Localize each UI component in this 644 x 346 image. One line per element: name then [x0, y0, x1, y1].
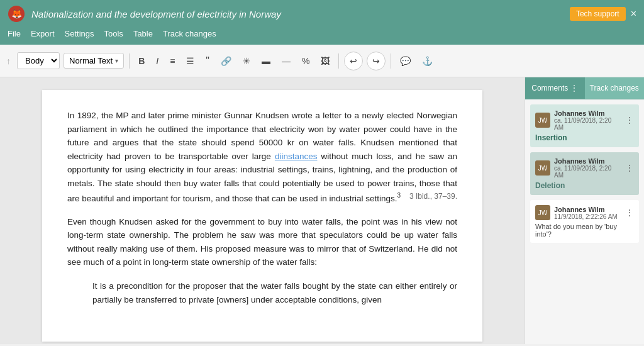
header-right: Tech support ×: [570, 7, 636, 21]
paragraph-3-text: It is a precondition for the proposer th…: [92, 279, 457, 306]
header-left: 🦊 Nationalization and the development of…: [8, 5, 281, 23]
comment-insertion-meta: Johannes Wilm ca. 11/09/2018, 2:20 AM: [554, 109, 621, 131]
comment-body-text: What do you mean by 'buy into'?: [535, 223, 634, 238]
ordered-list-button[interactable]: ≡: [166, 53, 179, 69]
percent-button[interactable]: %: [298, 53, 313, 69]
paragraph-style-select[interactable]: Body: [17, 52, 60, 69]
tab-track-changes-label: Track changes: [590, 84, 639, 92]
link-diinstances[interactable]: diinstances: [275, 152, 318, 161]
sidebar-content: JW Johannes Wilm ca. 11/09/2018, 2:20 AM…: [525, 99, 644, 344]
close-button[interactable]: ×: [631, 9, 636, 19]
avatar-johannes-3: JW: [535, 205, 550, 220]
svg-text:🦊: 🦊: [11, 9, 23, 20]
comment-deletion-type: Deletion: [535, 181, 634, 190]
document-area: In 1892, the MP and later prime minister…: [0, 77, 525, 344]
comments-dots-icon: ⋮: [570, 84, 578, 92]
chevron-down-icon: ▾: [115, 57, 118, 64]
comment-insertion-header: JW Johannes Wilm ca. 11/09/2018, 2:20 AM…: [535, 109, 634, 131]
document-title: Nationalization and the development of e…: [31, 9, 281, 20]
paragraph-1-text: In 1892, the MP and later prime minister…: [67, 109, 457, 205]
comment-deletion-time: ca. 11/09/2018, 2:20 AM: [554, 165, 621, 179]
divider-1: [129, 53, 130, 69]
comment-body-menu[interactable]: ⋮: [625, 208, 634, 218]
paragraph-2: Even though Knudsen asked for the govern…: [67, 215, 457, 269]
comment-body-time: 11/9/2018, 2:22:26 AM: [554, 213, 621, 220]
header: 🦊 Nationalization and the development of…: [0, 0, 644, 28]
comment-body-author: Johannes Wilm: [554, 206, 621, 213]
fox-logo: 🦊: [8, 5, 25, 23]
menubar: File Export Settings Tools Table Track c…: [0, 28, 644, 45]
tab-comments[interactable]: Comments ⋮: [525, 77, 585, 99]
menu-settings[interactable]: Settings: [65, 28, 94, 40]
tab-comments-label: Comments: [531, 84, 568, 92]
paragraph-2-text: Even though Knudsen asked for the govern…: [67, 215, 457, 269]
footnote-ref-3: 3: [397, 192, 401, 199]
comment-deletion: JW Johannes Wilm ca. 11/09/2018, 2:20 AM…: [530, 152, 639, 195]
comment-deletion-author: Johannes Wilm: [554, 157, 621, 165]
image-button[interactable]: 🖼: [317, 53, 333, 69]
document-page: In 1892, the MP and later prime minister…: [42, 90, 482, 342]
undo-button[interactable]: ↩: [344, 52, 363, 70]
comment-button[interactable]: 💬: [396, 53, 414, 69]
tech-support-button[interactable]: Tech support: [570, 7, 626, 21]
unordered-list-button[interactable]: ☰: [182, 53, 198, 69]
anchor-button[interactable]: ⚓: [418, 53, 436, 69]
divider-3: [391, 53, 391, 69]
toolbar: ↑ Body Normal Text ▾ B I ≡ ☰ " 🔗 ✳ ▬ — %…: [0, 45, 644, 77]
main-area: In 1892, the MP and later prime minister…: [0, 77, 644, 344]
menu-track-changes[interactable]: Track changes: [163, 28, 216, 40]
link-button[interactable]: 🔗: [217, 53, 235, 69]
paragraph-3-indented: It is a precondition for the proposer th…: [92, 279, 457, 306]
paragraph-1: In 1892, the MP and later prime minister…: [67, 109, 457, 205]
comment-insertion-type: Insertion: [535, 133, 634, 142]
comment-body-card: JW Johannes Wilm 11/9/2018, 2:22:26 AM ⋮…: [530, 200, 639, 243]
blockquote-button[interactable]: ": [202, 53, 213, 69]
bold-button[interactable]: B: [135, 53, 148, 69]
avatar-johannes-2: JW: [535, 160, 550, 176]
comment-body-header: JW Johannes Wilm 11/9/2018, 2:22:26 AM ⋮: [535, 205, 634, 220]
menu-export[interactable]: Export: [31, 28, 55, 40]
comment-deletion-header: JW Johannes Wilm ca. 11/09/2018, 2:20 AM…: [535, 157, 634, 179]
comment-insertion-time: ca. 11/09/2018, 2:20 AM: [554, 117, 621, 131]
comment-insertion: JW Johannes Wilm ca. 11/09/2018, 2:20 AM…: [530, 104, 639, 147]
menu-table[interactable]: Table: [133, 28, 153, 40]
text-style-select[interactable]: Normal Text ▾: [64, 53, 124, 69]
comment-deletion-meta: Johannes Wilm ca. 11/09/2018, 2:20 AM: [554, 157, 621, 179]
insert-button[interactable]: ▬: [258, 53, 274, 69]
italic-button[interactable]: I: [152, 53, 162, 69]
tab-track-changes[interactable]: Track changes: [585, 77, 645, 99]
footnote-button[interactable]: ✳: [239, 53, 254, 69]
menu-tools[interactable]: Tools: [104, 28, 123, 40]
comment-body-meta: Johannes Wilm 11/9/2018, 2:22:26 AM: [554, 206, 621, 220]
footnote-3-text: 3 Ibid., 37–39.: [409, 191, 457, 203]
right-sidebar: Comments ⋮ Track changes JW Johannes Wil…: [525, 77, 644, 344]
divider-2: [338, 53, 339, 69]
menu-file[interactable]: File: [8, 28, 21, 40]
avatar-johannes-1: JW: [535, 113, 550, 128]
redo-button[interactable]: ↪: [367, 52, 386, 70]
text-style-label: Normal Text: [69, 56, 113, 65]
sidebar-tabs: Comments ⋮ Track changes: [525, 77, 644, 99]
comment-insertion-menu[interactable]: ⋮: [625, 115, 634, 125]
pin-icon: ↑: [6, 56, 11, 66]
comment-deletion-menu[interactable]: ⋮: [625, 163, 634, 173]
dash-button[interactable]: —: [278, 53, 294, 69]
comment-insertion-author: Johannes Wilm: [554, 109, 621, 117]
